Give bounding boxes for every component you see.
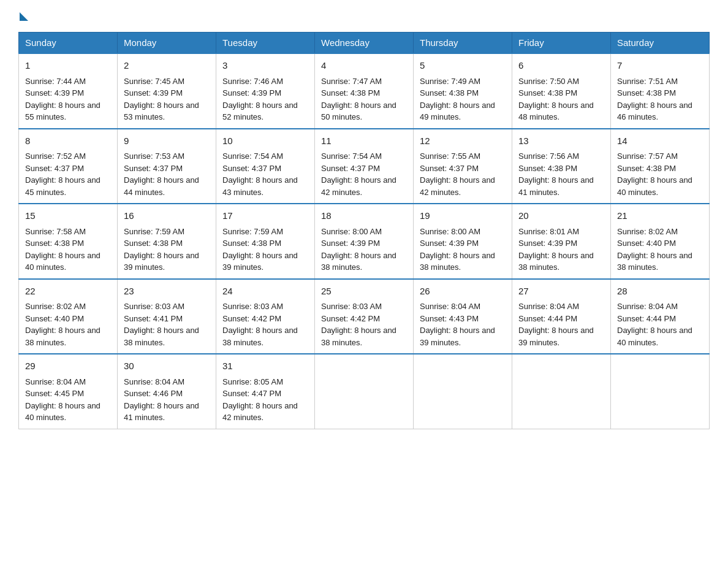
day-number: 5 [420,59,506,73]
daylight-text: Daylight: 8 hours and 38 minutes. [420,251,495,272]
daylight-text: Daylight: 8 hours and 44 minutes. [124,175,199,197]
sunrise-text: Sunrise: 7:59 AM [124,227,184,236]
day-number: 6 [518,59,604,73]
calendar-cell: 8Sunrise: 7:52 AMSunset: 4:37 PMDaylight… [19,129,118,204]
calendar-cell: 11Sunrise: 7:54 AMSunset: 4:37 PMDayligh… [315,129,414,204]
calendar-cell: 24Sunrise: 8:03 AMSunset: 4:42 PMDayligh… [216,279,315,354]
calendar-cell [512,354,611,429]
calendar-cell: 31Sunrise: 8:05 AMSunset: 4:47 PMDayligh… [216,354,315,429]
sunrise-text: Sunrise: 7:45 AM [124,77,184,86]
logo-text [18,12,29,21]
sunrise-text: Sunrise: 7:52 AM [25,151,86,161]
calendar-header-friday: Friday [512,33,611,54]
sunrise-text: Sunrise: 8:00 AM [420,227,480,236]
sunrise-text: Sunrise: 7:57 AM [617,151,678,161]
calendar-cell: 6Sunrise: 7:50 AMSunset: 4:38 PMDaylight… [512,53,611,129]
daylight-text: Daylight: 8 hours and 46 minutes. [617,101,692,122]
calendar-cell: 28Sunrise: 8:04 AMSunset: 4:44 PMDayligh… [611,279,710,354]
calendar-cell: 18Sunrise: 8:00 AMSunset: 4:39 PMDayligh… [315,204,414,279]
day-number: 11 [321,134,407,148]
sunset-text: Sunset: 4:38 PM [321,88,380,98]
sunset-text: Sunset: 4:37 PM [25,164,84,173]
sunset-text: Sunset: 4:38 PM [222,239,281,248]
sunrise-text: Sunrise: 7:54 AM [222,151,283,161]
sunset-text: Sunset: 4:39 PM [420,239,479,248]
day-number: 27 [518,285,604,299]
sunset-text: Sunset: 4:38 PM [617,164,676,173]
sunrise-text: Sunrise: 7:55 AM [420,151,480,161]
daylight-text: Daylight: 8 hours and 38 minutes. [25,326,100,347]
daylight-text: Daylight: 8 hours and 48 minutes. [518,101,594,122]
sunrise-text: Sunrise: 8:04 AM [25,377,86,386]
daylight-text: Daylight: 8 hours and 40 minutes. [617,326,692,347]
daylight-text: Daylight: 8 hours and 41 minutes. [124,401,199,423]
calendar-cell: 13Sunrise: 7:56 AMSunset: 4:38 PMDayligh… [512,129,611,204]
calendar-week-row: 22Sunrise: 8:02 AMSunset: 4:40 PMDayligh… [19,279,710,354]
day-number: 3 [222,59,308,73]
daylight-text: Daylight: 8 hours and 38 minutes. [222,326,298,347]
calendar-week-row: 8Sunrise: 7:52 AMSunset: 4:37 PMDaylight… [19,129,710,204]
daylight-text: Daylight: 8 hours and 50 minutes. [321,101,396,122]
calendar-week-row: 29Sunrise: 8:04 AMSunset: 4:45 PMDayligh… [19,354,710,429]
calendar-header-thursday: Thursday [414,33,512,54]
daylight-text: Daylight: 8 hours and 49 minutes. [420,101,495,122]
sunrise-text: Sunrise: 8:02 AM [617,227,678,236]
sunrise-text: Sunrise: 7:50 AM [518,77,579,86]
day-number: 14 [617,134,703,148]
sunset-text: Sunset: 4:47 PM [222,389,281,398]
day-number: 22 [25,285,111,299]
daylight-text: Daylight: 8 hours and 55 minutes. [25,101,100,122]
day-number: 21 [617,209,703,223]
sunset-text: Sunset: 4:40 PM [25,314,84,323]
day-number: 16 [124,209,210,223]
calendar-cell: 10Sunrise: 7:54 AMSunset: 4:37 PMDayligh… [216,129,315,204]
calendar-cell: 7Sunrise: 7:51 AMSunset: 4:38 PMDaylight… [611,53,710,129]
sunset-text: Sunset: 4:38 PM [420,88,479,98]
sunrise-text: Sunrise: 7:59 AM [222,227,283,236]
daylight-text: Daylight: 8 hours and 43 minutes. [222,175,298,197]
sunrise-text: Sunrise: 7:53 AM [124,151,184,161]
calendar-cell: 25Sunrise: 8:03 AMSunset: 4:42 PMDayligh… [315,279,414,354]
sunset-text: Sunset: 4:45 PM [25,389,84,398]
daylight-text: Daylight: 8 hours and 40 minutes. [25,251,100,272]
day-number: 12 [420,134,506,148]
sunset-text: Sunset: 4:38 PM [518,88,577,98]
daylight-text: Daylight: 8 hours and 39 minutes. [222,251,298,272]
sunrise-text: Sunrise: 7:56 AM [518,151,579,161]
calendar-cell: 29Sunrise: 8:04 AMSunset: 4:45 PMDayligh… [19,354,118,429]
day-number: 13 [518,134,604,148]
calendar-cell: 19Sunrise: 8:00 AMSunset: 4:39 PMDayligh… [414,204,512,279]
logo-arrow-icon [20,12,28,21]
day-number: 31 [222,359,308,373]
calendar-header-wednesday: Wednesday [315,33,414,54]
sunrise-text: Sunrise: 7:44 AM [25,77,86,86]
sunrise-text: Sunrise: 8:04 AM [124,377,184,386]
daylight-text: Daylight: 8 hours and 42 minutes. [321,175,396,197]
sunset-text: Sunset: 4:39 PM [25,88,84,98]
day-number: 17 [222,209,308,223]
sunset-text: Sunset: 4:44 PM [617,314,676,323]
sunset-text: Sunset: 4:39 PM [124,88,183,98]
calendar-cell: 1Sunrise: 7:44 AMSunset: 4:39 PMDaylight… [19,53,118,129]
sunrise-text: Sunrise: 8:03 AM [222,302,283,311]
day-number: 9 [124,134,210,148]
calendar-week-row: 15Sunrise: 7:58 AMSunset: 4:38 PMDayligh… [19,204,710,279]
sunrise-text: Sunrise: 8:03 AM [124,302,184,311]
calendar-cell [315,354,414,429]
sunrise-text: Sunrise: 8:05 AM [222,377,283,386]
calendar-header-tuesday: Tuesday [216,33,315,54]
sunset-text: Sunset: 4:38 PM [518,164,577,173]
calendar-cell: 23Sunrise: 8:03 AMSunset: 4:41 PMDayligh… [118,279,216,354]
calendar-table: SundayMondayTuesdayWednesdayThursdayFrid… [18,32,710,429]
sunrise-text: Sunrise: 7:51 AM [617,77,678,86]
sunset-text: Sunset: 4:44 PM [518,314,577,323]
calendar-cell [611,354,710,429]
calendar-header-sunday: Sunday [19,33,118,54]
daylight-text: Daylight: 8 hours and 38 minutes. [321,251,396,272]
day-number: 25 [321,285,407,299]
daylight-text: Daylight: 8 hours and 40 minutes. [617,175,692,197]
sunrise-text: Sunrise: 7:47 AM [321,77,382,86]
sunset-text: Sunset: 4:42 PM [222,314,281,323]
calendar-cell: 20Sunrise: 8:01 AMSunset: 4:39 PMDayligh… [512,204,611,279]
sunset-text: Sunset: 4:46 PM [124,389,183,398]
